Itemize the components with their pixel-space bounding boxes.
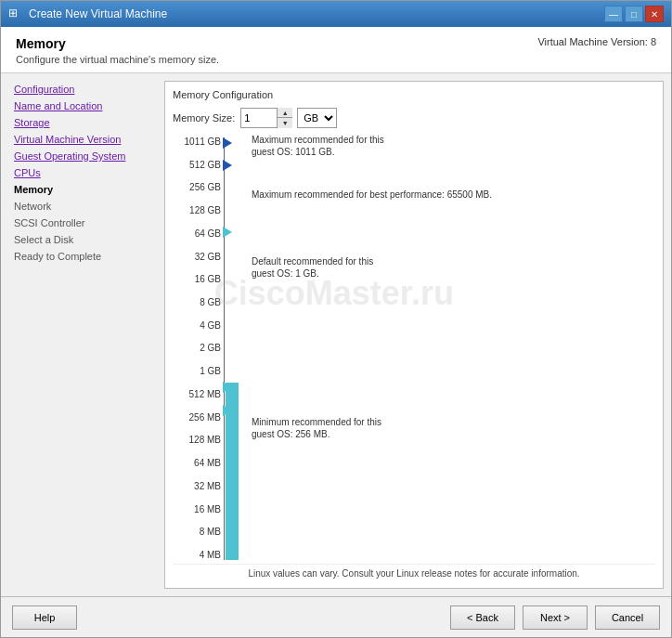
close-button[interactable]: ✕ bbox=[645, 6, 664, 22]
arrow-min-os bbox=[223, 405, 232, 416]
spinner-buttons: ▲ ▼ bbox=[277, 108, 292, 128]
cancel-button[interactable]: Cancel bbox=[595, 605, 660, 630]
label-16mb: 16 MB bbox=[173, 505, 221, 514]
label-512mb: 512 MB bbox=[173, 390, 221, 399]
sidebar-item-cpus[interactable]: CPUs bbox=[8, 164, 157, 181]
sidebar-item-vm-version[interactable]: Virtual Machine Version bbox=[8, 131, 157, 148]
label-1011gb: 1011 GB bbox=[173, 137, 221, 147]
main-content: Configuration Name and Location Storage … bbox=[1, 73, 671, 596]
back-button[interactable]: < Back bbox=[450, 605, 515, 630]
unit-select[interactable]: MB GB bbox=[297, 108, 337, 128]
panel-wrapper: CiscoMaster.ru Memory Configuration Memo… bbox=[164, 81, 664, 589]
mem-bar-col bbox=[224, 137, 242, 560]
next-button[interactable]: Next > bbox=[523, 605, 588, 630]
spin-up-button[interactable]: ▲ bbox=[278, 108, 292, 118]
arrow-default bbox=[223, 227, 232, 238]
memory-size-row: Memory Size: ▲ ▼ MB GB bbox=[173, 108, 655, 128]
sidebar-item-configuration[interactable]: Configuration bbox=[8, 81, 157, 98]
label-8mb: 8 MB bbox=[173, 527, 221, 537]
window-icon: ⊞ bbox=[8, 7, 23, 21]
info-max-perf: Maximum recommended for best performance… bbox=[252, 189, 492, 201]
header-left: Memory Configure the virtual machine's m… bbox=[16, 36, 219, 65]
label-32mb: 32 MB bbox=[173, 482, 221, 491]
sidebar-item-storage[interactable]: Storage bbox=[8, 114, 157, 131]
window-title: Create New Virtual Machine bbox=[29, 7, 167, 20]
label-1gb: 1 GB bbox=[173, 367, 221, 376]
memory-input-container: ▲ ▼ bbox=[240, 108, 291, 128]
sidebar-item-name-location[interactable]: Name and Location bbox=[8, 98, 157, 114]
bottom-note: Linux values can vary. Consult your Linu… bbox=[173, 564, 655, 580]
sidebar-item-select-disk: Select a Disk bbox=[8, 231, 157, 248]
info-max-os: Maximum recommended for thisguest OS: 10… bbox=[252, 134, 384, 158]
sidebar-item-scsi: SCSI Controller bbox=[8, 215, 157, 231]
step-desc: Configure the virtual machine's memory s… bbox=[16, 54, 219, 65]
header-area: Memory Configure the virtual machine's m… bbox=[1, 27, 671, 73]
sidebar-item-network: Network bbox=[8, 198, 157, 215]
arrow-max-perf bbox=[223, 160, 232, 171]
vm-version-label: Virtual Machine Version: 8 bbox=[537, 36, 656, 47]
label-2gb: 2 GB bbox=[173, 344, 221, 353]
label-4gb: 4 GB bbox=[173, 321, 221, 331]
sidebar-item-memory: Memory bbox=[8, 181, 157, 198]
maximize-button[interactable]: □ bbox=[625, 6, 643, 22]
label-16gb: 16 GB bbox=[173, 275, 221, 284]
footer: Help < Back Next > Cancel bbox=[1, 596, 671, 637]
main-window: ⊞ Create New Virtual Machine — □ ✕ Memor… bbox=[0, 0, 672, 638]
spin-down-button[interactable]: ▼ bbox=[278, 118, 292, 128]
memory-config-panel: Memory Configuration Memory Size: ▲ ▼ MB… bbox=[164, 81, 664, 589]
sidebar-item-guest-os[interactable]: Guest Operating System bbox=[8, 148, 157, 164]
title-bar: ⊞ Create New Virtual Machine — □ ✕ bbox=[1, 1, 671, 27]
help-button[interactable]: Help bbox=[12, 605, 77, 630]
label-8gb: 8 GB bbox=[173, 298, 221, 307]
title-bar-left: ⊞ Create New Virtual Machine bbox=[8, 7, 167, 21]
arrow-current bbox=[223, 382, 232, 393]
memory-input[interactable] bbox=[241, 109, 277, 127]
info-default: Default recommended for thisguest OS: 1 … bbox=[252, 255, 373, 280]
panel-title: Memory Configuration bbox=[173, 89, 655, 100]
label-128gb: 128 GB bbox=[173, 206, 221, 215]
minimize-button[interactable]: — bbox=[604, 6, 623, 22]
label-256gb: 256 GB bbox=[173, 183, 221, 192]
mem-labels: 1011 GB 512 GB 256 GB 128 GB 64 GB 32 GB… bbox=[173, 137, 224, 560]
label-512gb: 512 GB bbox=[173, 161, 221, 170]
label-64gb: 64 GB bbox=[173, 229, 221, 239]
info-min-os: Minimum recommended for thisguest OS: 25… bbox=[252, 416, 381, 440]
memory-chart-area: 1011 GB 512 GB 256 GB 128 GB 64 GB 32 GB… bbox=[173, 137, 655, 560]
memory-size-label: Memory Size: bbox=[173, 112, 235, 124]
title-bar-controls: — □ ✕ bbox=[604, 6, 664, 22]
label-32gb: 32 GB bbox=[173, 253, 221, 262]
mem-info-col: Maximum recommended for thisguest OS: 10… bbox=[242, 137, 655, 560]
label-4mb: 4 MB bbox=[173, 551, 221, 560]
label-256mb: 256 MB bbox=[173, 413, 221, 423]
step-title: Memory bbox=[16, 36, 219, 51]
sidebar: Configuration Name and Location Storage … bbox=[8, 81, 157, 589]
arrow-max-os bbox=[223, 137, 232, 149]
footer-left: Help bbox=[12, 605, 443, 630]
label-64mb: 64 MB bbox=[173, 459, 221, 468]
sidebar-item-ready: Ready to Complete bbox=[8, 248, 157, 265]
label-128mb: 128 MB bbox=[173, 436, 221, 445]
